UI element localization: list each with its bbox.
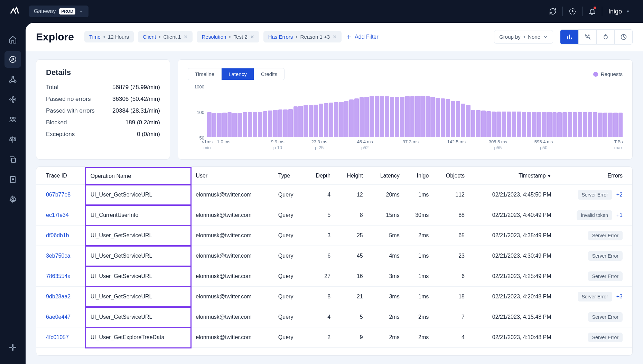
user-menu[interactable]: Inigo ▼ (604, 8, 635, 15)
table-row[interactable]: 4fc01057UI_User_GetExploreTreeDataelonmu… (36, 327, 632, 348)
trace-id-link[interactable]: 3eb750ca (46, 253, 70, 259)
table-row[interactable]: 9db28aa2UI_User_GetServiceURLelonmusk@tw… (36, 287, 632, 307)
chart-bar[interactable] (268, 111, 272, 137)
more-errors-link[interactable]: +3 (616, 294, 623, 299)
chart-bar[interactable] (278, 109, 283, 137)
column-header[interactable]: Type (273, 167, 305, 185)
notifications-button[interactable] (584, 4, 600, 18)
chart-bar[interactable] (400, 97, 404, 137)
table-row[interactable]: 3eb750caUI_User_GetServiceURLelonmusk@tw… (36, 246, 632, 266)
chart-bar[interactable] (471, 110, 476, 137)
chart-bar[interactable] (319, 104, 323, 137)
close-icon[interactable]: ✕ (184, 34, 188, 40)
chart-bar[interactable] (288, 109, 293, 137)
chart-bar[interactable] (248, 112, 252, 137)
chart-bar[interactable] (415, 96, 420, 137)
chart-bar[interactable] (360, 97, 364, 137)
chart-bar[interactable] (364, 97, 369, 137)
chart-bar[interactable] (446, 99, 450, 137)
chart-bar[interactable] (314, 105, 318, 137)
gateway-selector[interactable]: Gateway PROD (29, 6, 88, 17)
chart-bar[interactable] (222, 113, 227, 137)
chart-bar[interactable] (420, 96, 425, 137)
chart-bar[interactable] (618, 113, 623, 137)
chart-bar[interactable] (339, 102, 344, 137)
chart-bar[interactable] (258, 112, 262, 137)
chart-bar[interactable] (309, 105, 313, 137)
chart-tab[interactable]: Latency (221, 68, 254, 80)
chart-bar[interactable] (298, 106, 303, 137)
chart-tab[interactable]: Timeline (188, 68, 221, 80)
chart-bar[interactable] (273, 110, 278, 137)
chart-bar[interactable] (517, 112, 521, 137)
chart-bar[interactable] (507, 112, 511, 137)
close-icon[interactable]: ✕ (333, 34, 337, 40)
close-icon[interactable]: ✕ (250, 34, 254, 40)
chart-bar[interactable] (334, 102, 338, 137)
chart-bar[interactable] (329, 103, 334, 137)
sidebar-item-docs[interactable] (4, 171, 21, 188)
history-button[interactable] (564, 4, 581, 18)
column-header[interactable]: Depth (305, 167, 335, 185)
chart-bar[interactable] (593, 112, 597, 137)
chart-bar[interactable] (547, 112, 552, 137)
error-badge[interactable]: Server Error (588, 251, 623, 261)
trace-id-link[interactable]: 067b77e8 (46, 192, 71, 198)
chart-bar[interactable] (578, 112, 582, 137)
chart-bar[interactable] (217, 113, 222, 137)
refresh-button[interactable] (544, 4, 561, 18)
chart-bar[interactable] (410, 96, 415, 137)
chart-bar[interactable] (227, 112, 232, 137)
more-errors-link[interactable]: +1 (616, 212, 623, 218)
chart-bar[interactable] (243, 112, 247, 137)
column-header[interactable]: User (191, 167, 273, 185)
chart-bar[interactable] (466, 105, 470, 137)
chart-bar[interactable] (405, 96, 410, 137)
error-badge[interactable]: Server Error (578, 292, 612, 301)
chart-bar[interactable] (375, 96, 379, 137)
chart-bar[interactable] (430, 97, 435, 137)
add-filter-button[interactable]: Add Filter (346, 34, 378, 40)
chart-bar[interactable] (283, 109, 288, 137)
table-row[interactable]: df06db1bUI_User_GetServiceURLelonmusk@tw… (36, 226, 632, 246)
filter-chip[interactable]: Time•12 Hours (84, 31, 134, 42)
chart-bar[interactable] (562, 112, 567, 137)
chart-bar[interactable] (232, 113, 237, 137)
chart-bar[interactable] (613, 113, 618, 137)
chart-bar[interactable] (603, 113, 608, 137)
chart-bar[interactable] (512, 112, 516, 137)
chart-tab[interactable]: Credits (254, 68, 285, 80)
column-header[interactable]: Trace ID (36, 167, 86, 185)
error-badge[interactable]: Server Error (588, 271, 623, 281)
chart-bar[interactable] (537, 112, 542, 137)
chart-bar[interactable] (293, 106, 298, 137)
error-badge[interactable]: Invalid token (577, 210, 612, 220)
column-header[interactable]: Errors (556, 167, 632, 185)
chart-bar[interactable] (461, 104, 465, 137)
chart-bar[interactable] (304, 105, 308, 137)
chart-bar[interactable] (207, 112, 212, 137)
chart-bar[interactable] (395, 97, 399, 137)
chart-bar[interactable] (385, 96, 389, 137)
column-header[interactable]: Inigo (404, 167, 434, 185)
view-bar-button[interactable] (560, 30, 578, 44)
table-row[interactable]: 6ae0e447UI_User_GetServiceURLelonmusk@tw… (36, 307, 632, 327)
chart-bar[interactable] (324, 103, 328, 137)
error-badge[interactable]: Server Error (588, 333, 623, 342)
chart-bar[interactable] (583, 112, 587, 137)
column-header[interactable]: Timestamp▼ (469, 167, 556, 185)
chart-bar[interactable] (237, 113, 242, 137)
chart-bar[interactable] (481, 111, 486, 137)
view-flame-button[interactable] (596, 30, 614, 44)
filter-chip[interactable]: Resolution•Test 2✕ (197, 31, 259, 42)
view-pie-button[interactable] (614, 30, 632, 44)
chart-bar[interactable] (486, 111, 491, 137)
table-row[interactable]: ec17fe34UI_CurrentUserInfoelonmusk@twitt… (36, 205, 632, 226)
sidebar-item-slack[interactable] (4, 339, 21, 356)
sidebar-item-home[interactable] (4, 31, 21, 48)
chart-bar[interactable] (344, 101, 349, 137)
chart-bar[interactable] (370, 96, 374, 137)
chart-bar[interactable] (608, 113, 613, 137)
error-badge[interactable]: Server Error (578, 190, 612, 200)
chart-bar[interactable] (598, 113, 603, 137)
